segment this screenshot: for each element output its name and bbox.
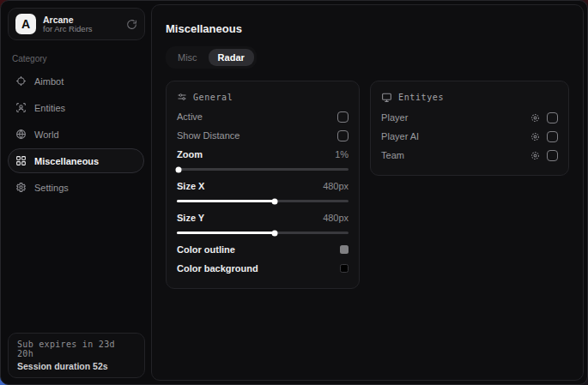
player-checkbox[interactable] [547, 112, 558, 123]
page-title: Miscellaneous [166, 22, 569, 35]
session-duration-text: Session duration 52s [17, 361, 136, 371]
grid-icon [15, 155, 27, 166]
panel-entities: Entityes Player Player AI [370, 81, 569, 176]
row-label: Size X [177, 181, 204, 191]
zoom-slider[interactable] [177, 165, 349, 173]
sidebar-item-aimbot[interactable]: Aimbot [8, 69, 144, 93]
globe-icon [15, 129, 27, 140]
row-label: Player [381, 112, 408, 123]
tab-misc[interactable]: Misc [168, 49, 207, 66]
row-label: Active [177, 111, 203, 122]
row-color-outline: Color outline [177, 240, 349, 259]
refresh-icon[interactable] [126, 19, 137, 30]
row-label: Zoom [177, 149, 203, 159]
subscription-info-card: Sub expires in 23d 20h Session duration … [8, 333, 145, 378]
sidebar-item-settings[interactable]: Settings [8, 175, 144, 200]
row-player-ai: Player AI [381, 127, 558, 146]
size-y-value: 480px [323, 213, 349, 223]
panel-title: General [193, 93, 233, 102]
sidebar-item-label: World [34, 129, 59, 140]
slider-thumb[interactable] [272, 230, 278, 236]
crosshair-icon [15, 75, 27, 87]
row-label: Color background [177, 263, 258, 274]
sub-expires-text: Sub expires in 23d 20h [17, 340, 136, 358]
slider-thumb[interactable] [176, 166, 182, 172]
category-label: Category [12, 54, 151, 63]
sidebar-item-label: Aimbot [34, 76, 64, 87]
team-checkbox[interactable] [547, 150, 558, 161]
app-name: Arcane [43, 15, 119, 25]
sidebar-item-label: Settings [34, 183, 69, 193]
main-content: Miscellaneous Misc Radar General Active [151, 4, 584, 381]
panels: General Active Show Distance Zoom 1% [166, 81, 569, 289]
sidebar-item-entities[interactable]: Entities [8, 95, 144, 120]
monitor-icon [381, 92, 392, 103]
row-team: Team [381, 146, 558, 165]
tab-radar[interactable]: Radar [209, 49, 254, 66]
row-label: Show Distance [177, 130, 239, 141]
app-logo: A [15, 14, 36, 34]
scan-person-icon [15, 102, 27, 113]
size-x-value: 480px [323, 181, 349, 191]
color-background-swatch[interactable] [340, 264, 349, 273]
panel-general: General Active Show Distance Zoom 1% [166, 81, 360, 289]
sidebar-item-label: Miscellaneous [34, 156, 99, 166]
panel-entities-header: Entityes [381, 92, 558, 103]
slider-thumb[interactable] [272, 198, 278, 204]
team-settings-gear-icon[interactable] [530, 151, 540, 160]
app-meta: Arcane for Arc Riders [43, 15, 119, 34]
player-ai-settings-gear-icon[interactable] [530, 132, 540, 141]
player-ai-checkbox[interactable] [547, 131, 558, 142]
sidebar-item-label: Entities [34, 103, 65, 113]
row-label: Team [381, 150, 404, 160]
size-y-slider[interactable] [177, 228, 349, 237]
sidebar: A Arcane for Arc Riders Category [1, 1, 151, 384]
tab-bar: Misc Radar [166, 46, 257, 69]
app-subtitle: for Arc Riders [43, 25, 119, 34]
app-window: A Arcane for Arc Riders Category [0, 0, 588, 385]
sidebar-item-world[interactable]: World [8, 122, 144, 147]
size-x-slider[interactable] [177, 196, 349, 205]
app-header-card: A Arcane for Arc Riders [8, 8, 145, 40]
row-show-distance: Show Distance [177, 126, 349, 145]
panel-title: Entityes [398, 93, 444, 102]
player-settings-gear-icon[interactable] [530, 113, 540, 123]
sliders-icon [177, 92, 187, 102]
row-color-background: Color background [177, 259, 349, 278]
gear-icon [15, 182, 27, 193]
show-distance-checkbox[interactable] [337, 130, 349, 141]
row-player: Player [381, 108, 558, 127]
sidebar-nav: Aimbot Entities Wo [1, 69, 151, 200]
color-outline-swatch[interactable] [340, 245, 349, 254]
row-zoom: Zoom 1% [177, 145, 349, 164]
zoom-value: 1% [335, 149, 349, 159]
row-label: Color outline [177, 244, 235, 255]
panel-general-header: General [177, 92, 349, 102]
row-active: Active [177, 107, 349, 126]
row-size-y: Size Y 480px [177, 208, 349, 227]
row-label: Size Y [177, 213, 204, 223]
active-checkbox[interactable] [337, 111, 349, 123]
row-size-x: Size X 480px [177, 177, 349, 196]
sidebar-item-miscellaneous[interactable]: Miscellaneous [8, 148, 144, 173]
row-label: Player AI [381, 131, 419, 141]
